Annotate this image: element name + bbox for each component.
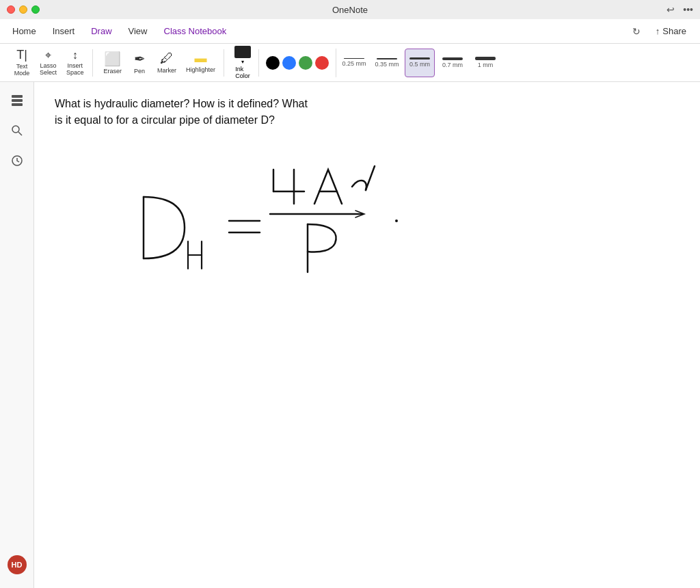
- eraser-label: Eraser: [104, 68, 122, 75]
- ink-color-selector[interactable]: ▾ InkColor: [231, 44, 254, 81]
- lasso-select-button[interactable]: ⌖ LassoSelect: [36, 50, 61, 76]
- menu-bar-right: ↻ ↑ Share: [632, 23, 695, 39]
- menu-draw[interactable]: Draw: [84, 23, 118, 39]
- dropdown-arrow-icon: ▾: [241, 59, 244, 65]
- svg-line-4: [18, 132, 22, 135]
- close-button[interactable]: [7, 5, 15, 14]
- thickness-line-1: [475, 57, 496, 60]
- highlighter-button[interactable]: ▬ Highlighter: [182, 50, 219, 76]
- insert-space-button[interactable]: ↕ InsertSpace: [62, 50, 88, 76]
- draw-toolbar: T| TextMode ⌖ LassoSelect ↕ InsertSpace …: [0, 44, 700, 82]
- color-blue[interactable]: [282, 56, 296, 70]
- color-red[interactable]: [315, 56, 329, 70]
- sidebar-search-icon[interactable]: [5, 119, 29, 142]
- svg-point-3: [12, 126, 19, 133]
- drawing-tools-group: ⬜ Eraser ✒ Pen 🖊 Marker ▬ Highlighter: [96, 49, 225, 77]
- formula-area: [55, 142, 679, 484]
- user-avatar[interactable]: HD: [8, 555, 27, 574]
- avatar-initials: HD: [12, 561, 23, 569]
- eraser-icon: ⬜: [104, 51, 121, 67]
- highlighter-label: Highlighter: [186, 67, 215, 74]
- thickness-0.5mm[interactable]: 0.5 mm: [405, 49, 435, 77]
- thickness-line-0.7: [442, 57, 463, 60]
- text-mode-icon: T|: [16, 48, 27, 62]
- color-green[interactable]: [299, 56, 312, 70]
- ink-color-swatch: [234, 46, 251, 58]
- maximize-button[interactable]: [31, 5, 40, 14]
- sidebar-history-icon[interactable]: [5, 149, 29, 172]
- highlighter-icon: ▬: [195, 51, 207, 66]
- marker-icon: 🖊: [160, 51, 174, 66]
- thickness-label-0.7: 0.7 mm: [442, 62, 463, 68]
- pen-icon: ✒: [134, 51, 146, 67]
- menu-home[interactable]: Home: [5, 23, 43, 39]
- menu-class-notebook[interactable]: Class Notebook: [157, 23, 234, 39]
- app-title: OneNote: [332, 5, 368, 15]
- text-mode-label: TextMode: [14, 64, 30, 77]
- svg-rect-2: [12, 103, 23, 106]
- selection-tools-group: T| TextMode ⌖ LassoSelect ↕ InsertSpace: [5, 49, 93, 77]
- more-icon[interactable]: •••: [683, 4, 693, 15]
- thickness-label-0.25: 0.25 mm: [342, 60, 366, 67]
- lasso-label: LassoSelect: [40, 63, 57, 77]
- traffic-lights: [7, 5, 40, 14]
- thickness-line-0.5: [409, 57, 430, 59]
- sidebar-notebooks-icon[interactable]: [5, 89, 29, 112]
- color-palette: [262, 56, 333, 70]
- color-group: ▾ InkColor: [227, 49, 259, 77]
- svg-point-9: [395, 219, 398, 222]
- color-black[interactable]: [266, 56, 280, 70]
- menu-view[interactable]: View: [122, 23, 154, 39]
- pen-button[interactable]: ✒ Pen: [127, 50, 152, 76]
- canvas-area[interactable]: What is hydraulic diameter? How is it de…: [34, 82, 700, 588]
- title-bar-actions: ↩ •••: [667, 4, 693, 15]
- thickness-0.25mm[interactable]: 0.25 mm: [339, 49, 369, 77]
- share-button[interactable]: ↑ Share: [647, 23, 695, 39]
- minimize-button[interactable]: [19, 5, 27, 14]
- insert-space-icon: ↕: [72, 49, 78, 62]
- share-label: Share: [662, 26, 686, 36]
- menu-insert[interactable]: Insert: [46, 23, 82, 39]
- thickness-label-0.5: 0.5 mm: [409, 61, 430, 68]
- thickness-label-1: 1 mm: [478, 62, 494, 68]
- share-icon: ↑: [656, 26, 660, 36]
- eraser-button[interactable]: ⬜ Eraser: [100, 50, 126, 76]
- note-content: What is hydraulic diameter? How is it de…: [34, 82, 700, 588]
- undo-icon[interactable]: ↩: [667, 4, 675, 15]
- text-mode-button[interactable]: T| TextMode: [10, 50, 34, 76]
- thickness-line-thin: [344, 58, 364, 59]
- lasso-icon: ⌖: [45, 49, 51, 62]
- thickness-label-0.35: 0.35 mm: [375, 61, 399, 68]
- insert-space-label: InsertSpace: [66, 63, 84, 77]
- thickness-group: 0.25 mm 0.35 mm 0.5 mm 0.7 mm 1 mm: [336, 49, 503, 77]
- title-bar: ↩ ••• OneNote: [0, 0, 700, 19]
- svg-rect-1: [12, 99, 23, 102]
- menu-bar: Home Insert Draw View Class Notebook ↻ ↑…: [0, 19, 700, 44]
- marker-label: Marker: [157, 68, 176, 75]
- question-text: What is hydraulic diameter? How is it de…: [55, 96, 396, 129]
- thickness-1mm[interactable]: 1 mm: [470, 49, 500, 77]
- pen-label: Pen: [134, 68, 145, 75]
- refresh-icon[interactable]: ↻: [632, 26, 641, 37]
- thickness-0.7mm[interactable]: 0.7 mm: [438, 49, 468, 77]
- sidebar-bottom: HD: [8, 555, 27, 581]
- ink-color-label: InkColor: [235, 66, 250, 79]
- sidebar: HD: [0, 82, 34, 588]
- thickness-line-0.35: [377, 58, 397, 59]
- svg-rect-0: [12, 95, 23, 98]
- formula-svg: [55, 142, 533, 293]
- app-body: HD What is hydraulic diameter? How is it…: [0, 82, 700, 588]
- marker-button[interactable]: 🖊 Marker: [153, 50, 180, 76]
- thickness-0.35mm[interactable]: 0.35 mm: [372, 49, 402, 77]
